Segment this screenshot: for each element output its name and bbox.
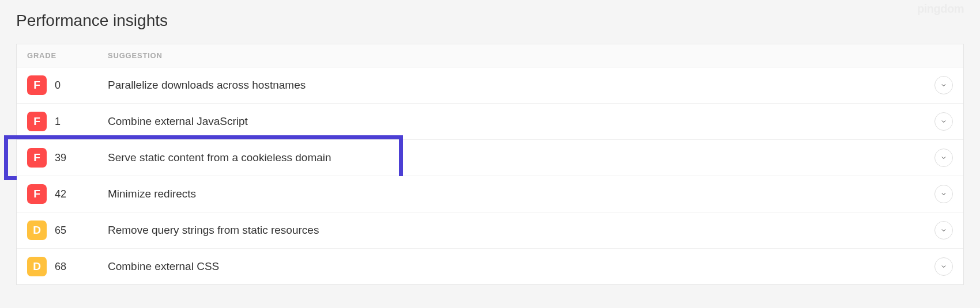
grade-score: 0 bbox=[55, 79, 61, 92]
insights-panel: Performance insights GRADE SUGGESTION F0… bbox=[0, 0, 980, 296]
table-row[interactable]: F39Serve static content from a cookieles… bbox=[17, 140, 963, 176]
grade-badge: F bbox=[27, 75, 47, 95]
table-row[interactable]: F42Minimize redirects bbox=[17, 176, 963, 212]
expand-button[interactable] bbox=[934, 257, 953, 276]
table-row[interactable]: D68Combine external CSS bbox=[17, 249, 963, 284]
suggestion-text: Combine external JavaScript bbox=[108, 115, 934, 128]
grade-score: 65 bbox=[55, 225, 66, 237]
grade-score: 42 bbox=[55, 188, 66, 200]
table-header: GRADE SUGGESTION bbox=[17, 44, 963, 67]
grade-cell: D65 bbox=[27, 220, 108, 240]
chevron-down-icon bbox=[940, 227, 947, 234]
watermark-text: pingdom bbox=[917, 2, 964, 16]
suggestion-text: Parallelize downloads across hostnames bbox=[108, 79, 934, 92]
expand-button[interactable] bbox=[934, 76, 953, 94]
grade-cell: F42 bbox=[27, 184, 108, 204]
grade-badge: D bbox=[27, 257, 47, 276]
grade-score: 68 bbox=[55, 261, 66, 273]
table-row[interactable]: D65Remove query strings from static reso… bbox=[17, 212, 963, 249]
chevron-down-icon bbox=[940, 82, 947, 89]
chevron-down-icon bbox=[940, 191, 947, 197]
grade-badge: F bbox=[27, 112, 47, 131]
page-title: Performance insights bbox=[16, 12, 964, 30]
expand-button[interactable] bbox=[934, 112, 953, 131]
grade-badge: D bbox=[27, 220, 47, 240]
grade-score: 1 bbox=[55, 116, 61, 128]
chevron-down-icon bbox=[940, 118, 947, 125]
grade-cell: F1 bbox=[27, 112, 108, 131]
grade-cell: F0 bbox=[27, 75, 108, 95]
grade-cell: F39 bbox=[27, 148, 108, 168]
grade-score: 39 bbox=[55, 152, 66, 164]
expand-button[interactable] bbox=[934, 185, 953, 203]
grade-badge: F bbox=[27, 184, 47, 204]
suggestion-text: Remove query strings from static resourc… bbox=[108, 224, 934, 237]
expand-button[interactable] bbox=[934, 149, 953, 167]
column-header-grade: GRADE bbox=[27, 51, 108, 60]
insights-table: GRADE SUGGESTION F0Parallelize downloads… bbox=[16, 44, 964, 285]
grade-badge: F bbox=[27, 148, 47, 168]
chevron-down-icon bbox=[940, 263, 947, 270]
table-row[interactable]: F1Combine external JavaScript bbox=[17, 104, 963, 140]
expand-button[interactable] bbox=[934, 221, 953, 239]
suggestion-text: Serve static content from a cookieless d… bbox=[108, 151, 934, 164]
column-header-suggestion: SUGGESTION bbox=[108, 51, 953, 60]
table-row[interactable]: F0Parallelize downloads across hostnames bbox=[17, 67, 963, 104]
suggestion-text: Combine external CSS bbox=[108, 260, 934, 273]
chevron-down-icon bbox=[940, 154, 947, 161]
suggestion-text: Minimize redirects bbox=[108, 188, 934, 200]
grade-cell: D68 bbox=[27, 257, 108, 276]
